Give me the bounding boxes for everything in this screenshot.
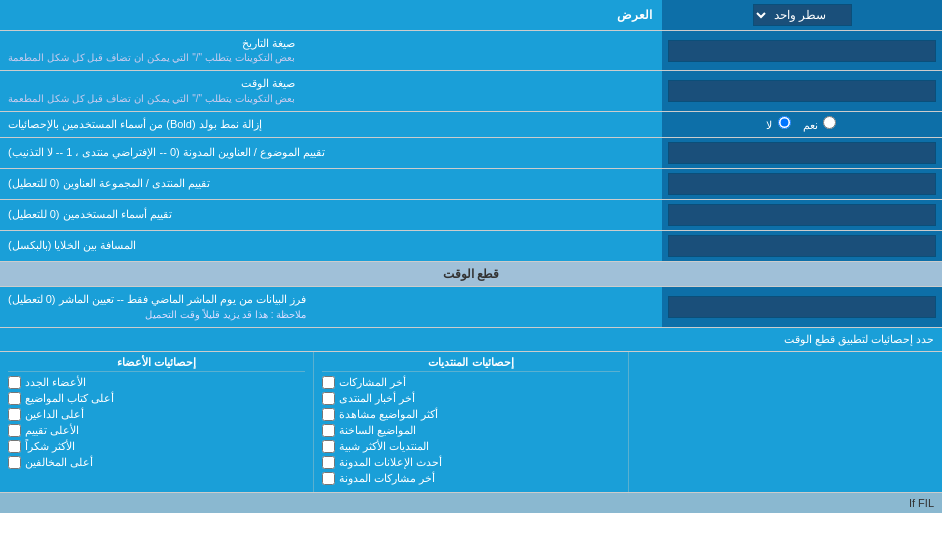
checkbox-members-2[interactable] [8,392,21,405]
time-format-input-cell: H:i [662,71,942,110]
col2-title: إحصائيات المنتديات [322,356,619,372]
checkbox-members-4[interactable] [8,424,21,437]
checkbox-members-5[interactable] [8,440,21,453]
users-order-row: 0 تقييم أسماء المستخدمين (0 للتعطيل) [0,200,942,231]
cb-forums-5: المنتديات الأكثر شبية [322,440,619,453]
checkbox-forums-4[interactable] [322,424,335,437]
bold-radio-cell: نعم لا [662,112,942,137]
checkbox-forums-7[interactable] [322,472,335,485]
bold-no-radio[interactable] [778,116,791,129]
cb-members-5: الأكثر شكراً [8,440,305,453]
cb-members-3: أعلى الداعين [8,408,305,421]
stats-limit-row: حدد إحصائيات لتطبيق قطع الوقت [0,328,942,352]
display-select-cell: سطر واحد سطرين ثلاثة أسطر [662,0,942,30]
time-format-row: H:i صيغة الوقت بعض التكوينات يتطلب "/" ا… [0,71,942,111]
users-order-label: تقييم أسماء المستخدمين (0 للتعطيل) [0,200,662,230]
forum-order-label: تقييم المنتدى / المجموعة العناوين (0 للت… [0,169,662,199]
cb-forums-1: أخر المشاركات [322,376,619,389]
cb-forums-4: المواضيع الساخنة [322,424,619,437]
cb-members-6: أعلى المخالفين [8,456,305,469]
bold-no-label: لا [766,116,792,132]
date-format-label: صيغة التاريخ بعض التكوينات يتطلب "/" الت… [0,31,662,70]
checkbox-forums-6[interactable] [322,456,335,469]
cb-forums-2: أخر أخبار المنتدى [322,392,619,405]
checkbox-col-members: إحصائيات الأعضاء الأعضاء الجدد أعلى كتاب… [0,352,313,492]
main-container: سطر واحد سطرين ثلاثة أسطر العرض d-m صيغة… [0,0,942,513]
bold-yes-label: نعم [803,116,838,132]
checkbox-col-empty [628,352,942,492]
cb-members-2: أعلى كتاب المواضيع [8,392,305,405]
checkbox-forums-3[interactable] [322,408,335,421]
time-cut-row: 0 فرز البيانات من يوم الماشر الماضي فقط … [0,287,942,327]
time-cut-section-header: قطع الوقت [0,262,942,287]
stats-limit-label: حدد إحصائيات لتطبيق قطع الوقت [0,328,942,351]
checkbox-forums-2[interactable] [322,392,335,405]
date-format-input[interactable]: d-m [668,40,936,62]
topics-order-label: تقييم الموضوع / العناوين المدونة (0 -- ا… [0,138,662,168]
forum-order-input-cell: 33 [662,169,942,199]
col1-title: إحصائيات الأعضاء [8,356,305,372]
bold-yes-radio[interactable] [823,116,836,129]
time-cut-input[interactable]: 0 [668,296,936,318]
checkbox-col-forums: إحصائيات المنتديات أخر المشاركات أخر أخب… [313,352,627,492]
display-label: العرض [0,3,662,27]
topics-order-input-cell: 33 [662,138,942,168]
cell-spacing-label: المسافة بين الخلايا (بالبكسل) [0,231,662,261]
checkbox-forums-1[interactable] [322,376,335,389]
cb-forums-6: أحدث الإعلانات المدونة [322,456,619,469]
time-format-label: صيغة الوقت بعض التكوينات يتطلب "/" التي … [0,71,662,110]
checkbox-members-1[interactable] [8,376,21,389]
topics-order-input[interactable]: 33 [668,142,936,164]
time-format-input[interactable]: H:i [668,80,936,102]
checkbox-forums-5[interactable] [322,440,335,453]
cb-members-1: الأعضاء الجدد [8,376,305,389]
cell-spacing-input-cell: 2 [662,231,942,261]
date-format-row: d-m صيغة التاريخ بعض التكوينات يتطلب "/"… [0,31,942,71]
bold-radio-group: نعم لا [756,116,847,132]
cb-forums-7: أخر مشاركات المدونة [322,472,619,485]
bold-remove-label: إزالة نمط بولد (Bold) من أسماء المستخدمي… [0,112,662,137]
forum-order-input[interactable]: 33 [668,173,936,195]
top-bar-row: سطر واحد سطرين ثلاثة أسطر العرض [0,0,942,31]
time-cut-label: فرز البيانات من يوم الماشر الماضي فقط --… [0,287,662,326]
forum-order-row: 33 تقييم المنتدى / المجموعة العناوين (0 … [0,169,942,200]
checkbox-members-6[interactable] [8,456,21,469]
cb-forums-3: أكثر المواضيع مشاهدة [322,408,619,421]
users-order-input-cell: 0 [662,200,942,230]
bold-remove-row: نعم لا إزالة نمط بولد (Bold) من أسماء ال… [0,112,942,138]
display-select[interactable]: سطر واحد سطرين ثلاثة أسطر [753,4,852,26]
time-cut-input-cell: 0 [662,287,942,326]
topics-order-row: 33 تقييم الموضوع / العناوين المدونة (0 -… [0,138,942,169]
users-order-input[interactable]: 0 [668,204,936,226]
date-format-input-cell: d-m [662,31,942,70]
checkbox-members-3[interactable] [8,408,21,421]
bottom-label-row: If FIL [0,492,942,513]
checkboxes-section: إحصائيات المنتديات أخر المشاركات أخر أخب… [0,352,942,492]
cell-spacing-input[interactable]: 2 [668,235,936,257]
cell-spacing-row: 2 المسافة بين الخلايا (بالبكسل) [0,231,942,262]
cb-members-4: الأعلى تقييم [8,424,305,437]
